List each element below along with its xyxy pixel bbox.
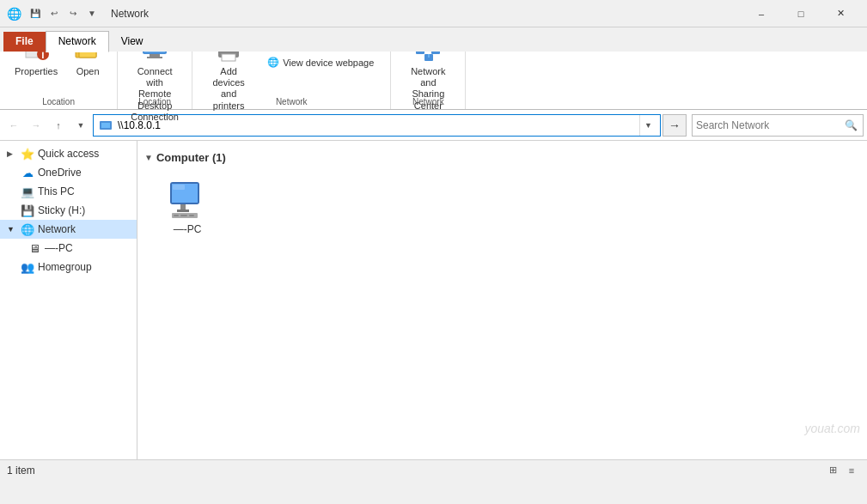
svg-rect-35 [189,215,194,216]
search-input[interactable] [696,119,842,131]
add-devices-printers-label: Add devices and printers [207,66,250,112]
view-device-webpage-icon: 🌐 [267,57,279,68]
address-go-button[interactable]: → [662,114,687,137]
address-location-icon [97,117,114,134]
sticky-label: Sticky (H:) [38,204,85,216]
status-text: 1 item [7,465,35,477]
main-layout: ▶ ⭐ Quick access ▶ ☁ OneDrive ▶ 💻 This P… [0,141,867,459]
view-tab[interactable]: View [109,32,156,52]
title-bar-left: 🌐 💾 ↩ ↪ ▼ Network [7,5,149,22]
recent-locations-button[interactable]: ▼ [70,115,91,136]
sidebar-item-network[interactable]: ▼ 🌐 Network [0,220,137,239]
homegroup-label: Homegroup [38,261,92,273]
group-printers-label: Network [276,95,308,109]
large-icons-view-button[interactable]: ⊞ [824,462,841,479]
qat-dropdown-button[interactable]: ▼ [83,5,101,22]
sidebar-item-homegroup[interactable]: ▶ 👥 Homegroup [0,258,137,276]
svg-rect-29 [173,185,185,190]
quick-access-toolbar: 🌐 💾 ↩ ↪ ▼ [7,5,101,22]
address-input[interactable] [118,119,639,131]
view-device-webpage-button[interactable]: 🌐 View device webpage [261,53,380,71]
up-button[interactable]: ↑ [48,115,69,136]
svg-rect-26 [101,123,110,128]
address-dropdown-button[interactable]: ▼ [639,115,656,136]
file-items-grid: —-PC [144,171,860,243]
svg-rect-14 [222,54,235,61]
svg-rect-34 [180,215,187,216]
svg-rect-33 [174,215,179,216]
search-wrap: 🔍 [692,114,864,137]
status-bar: 1 item ⊞ ≡ [0,459,867,480]
close-button[interactable]: ✕ [821,0,860,27]
svg-rect-30 [180,204,186,209]
file-item-pc-icon [167,179,208,220]
title-bar: 🌐 💾 ↩ ↪ ▼ Network – □ ✕ [0,0,867,27]
group-header-computer[interactable]: ▼ Computer (1) [144,148,860,171]
quick-access-label: Quick access [38,148,99,160]
group-sharing-label: Network [412,95,444,109]
network-tab-active[interactable]: Network [46,31,109,52]
sidebar: ▶ ⭐ Quick access ▶ ☁ OneDrive ▶ 💻 This P… [0,141,137,459]
quick-access-arrow: ▶ [7,149,17,158]
pc-child-icon: 🖥 [27,241,41,255]
this-pc-icon: 💻 [21,185,34,198]
network-arrow: ▼ [7,225,17,234]
group-expand-icon: ▼ [144,153,153,162]
forward-button[interactable]: → [26,115,46,136]
search-button[interactable]: 🔍 [842,117,859,134]
file-tab[interactable]: File [3,32,46,52]
app-icon: 🌐 [7,7,21,21]
back-button[interactable]: ← [3,115,24,136]
file-item-pc-name: —-PC [174,223,202,235]
homegroup-icon: 👥 [21,260,34,274]
ribbon-tab-row: File Network View [0,27,867,52]
onedrive-label: OneDrive [38,167,82,179]
group-header-label: Computer (1) [156,151,226,164]
window-controls: – □ ✕ [742,0,860,27]
qat-undo-button[interactable]: ↩ [46,5,63,22]
svg-rect-9 [150,54,160,57]
this-pc-label: This PC [38,185,75,197]
window-title: Network [111,8,149,20]
sidebar-item-this-pc[interactable]: ▶ 💻 This PC [0,182,137,201]
network-label: Network [38,223,76,235]
properties-label: Properties [15,66,58,77]
status-view-icons: ⊞ ≡ [824,462,860,479]
sidebar-item-quick-access[interactable]: ▶ ⭐ Quick access [0,144,137,163]
quick-access-icon: ⭐ [21,147,34,161]
network-icon: 🌐 [21,222,34,236]
group-location1-label: Location [42,95,75,109]
qat-save-button[interactable]: 💾 [27,5,44,22]
details-view-button[interactable]: ≡ [843,462,860,479]
onedrive-icon: ☁ [21,166,34,179]
file-item-pc[interactable]: —-PC [144,171,230,243]
sidebar-item-sticky[interactable]: ▶ 💾 Sticky (H:) [0,201,137,220]
sticky-icon: 💾 [21,203,34,217]
sidebar-item-onedrive[interactable]: ▶ ☁ OneDrive [0,163,137,182]
sidebar-item-pc-child[interactable]: 🖥 —-PC [0,239,137,258]
view-device-webpage-label: View device webpage [283,58,374,68]
pc-child-label: —-PC [45,242,73,254]
qat-redo-button[interactable]: ↪ [64,5,82,22]
open-label: Open [76,66,100,77]
svg-rect-10 [147,57,162,58]
group-remote-label: Location [138,95,171,109]
minimize-button[interactable]: – [742,0,781,27]
content-area: ▼ Computer (1) [137,141,867,459]
remote-desktop-label: Connect with Remote Desktop Connection [131,66,179,123]
svg-rect-31 [177,209,189,212]
maximize-button[interactable]: □ [781,0,821,27]
watermark: youat.com [804,422,860,435]
